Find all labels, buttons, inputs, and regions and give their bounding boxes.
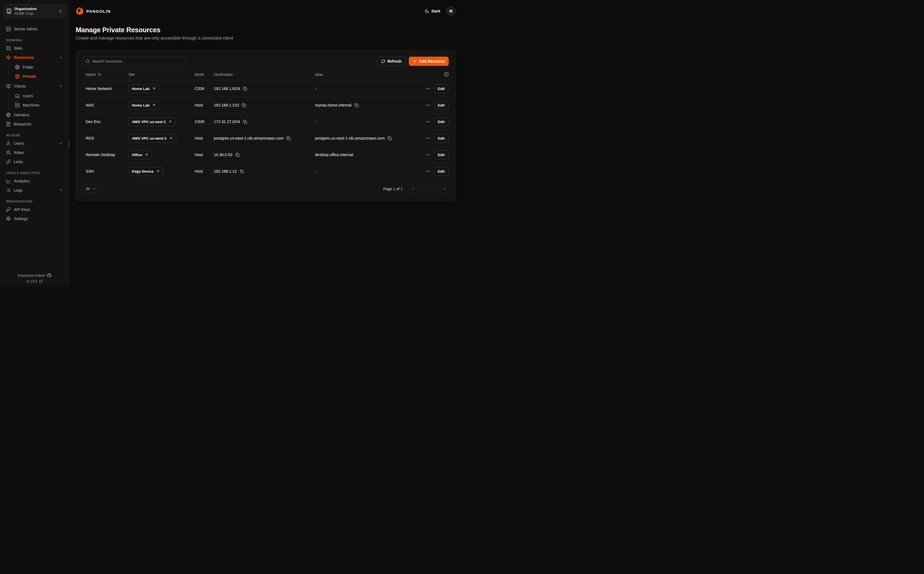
sidebar-item-roles[interactable]: Roles	[3, 148, 66, 157]
sidebar-item-api-keys[interactable]: API Keys	[3, 205, 66, 214]
copy-destination-button[interactable]	[239, 169, 244, 174]
resource-alias: mynas.home.internal	[315, 103, 351, 107]
sidebar-item-users[interactable]: Users	[3, 139, 66, 148]
laptop-icon	[15, 93, 20, 98]
version-label: v1.13.0	[26, 279, 37, 283]
column-header-name[interactable]: Name	[86, 73, 128, 77]
chevron-down-icon	[59, 188, 63, 192]
copy-destination-button[interactable]	[242, 119, 248, 125]
resource-destination: 192.168.1.0/24	[214, 87, 240, 91]
row-menu-button[interactable]	[425, 136, 430, 141]
row-menu-button[interactable]	[425, 152, 430, 158]
edit-button[interactable]: Edit	[434, 117, 449, 126]
site-link-button[interactable]: Office	[128, 150, 152, 159]
sidebar-item-blueprints[interactable]: Blueprints	[3, 120, 66, 129]
arrow-up-right-icon	[152, 103, 156, 107]
key-icon	[6, 207, 11, 212]
theme-toggle[interactable]: Dark	[424, 9, 440, 14]
sidebar-item-private[interactable]: Private	[12, 72, 66, 81]
next-page-button[interactable]	[430, 185, 438, 193]
site-link-button[interactable]: Edge Device	[128, 167, 163, 176]
blueprints-icon	[6, 122, 11, 126]
row-menu-button[interactable]	[425, 86, 430, 91]
section-label-logs-analytics: LOGS & ANALYTICS	[6, 171, 63, 175]
page-size-select[interactable]: 20	[82, 184, 99, 193]
refresh-button[interactable]: Refresh	[377, 57, 406, 66]
last-page-button[interactable]	[441, 185, 449, 193]
edit-button[interactable]: Edit	[434, 101, 449, 110]
site-link-button[interactable]: AWS VPC us-west-1	[128, 134, 176, 143]
resource-alias: postgres.us-east-1.rds.amazonaws.com	[315, 136, 385, 140]
building-icon	[6, 8, 12, 14]
list-icon	[6, 188, 11, 193]
sidebar-item-client-users[interactable]: Users	[12, 91, 66, 101]
sidebar-item-label: Analytics	[14, 179, 30, 183]
sidebar-item-settings[interactable]: Settings	[3, 214, 66, 223]
columns-toggle-icon[interactable]	[444, 72, 449, 77]
sidebar-item-label: Users	[23, 94, 33, 98]
sidebar-item-public[interactable]: Public	[12, 63, 66, 72]
arrow-up-right-icon	[152, 87, 156, 90]
github-icon[interactable]	[47, 273, 51, 278]
resource-mode: CIDR	[195, 120, 214, 124]
avatar[interactable]: M	[446, 6, 456, 16]
brand[interactable]: PANGOLIN	[76, 7, 111, 15]
org-selector[interactable]: Organization ACME Corp.	[3, 4, 66, 18]
sidebar-item-clients[interactable]: Clients	[3, 82, 66, 91]
globe-icon	[15, 65, 20, 69]
sidebar-item-machines[interactable]: Machines	[12, 101, 66, 110]
sidebar-item-label: Clients	[14, 84, 26, 88]
ellipsis-icon	[426, 136, 430, 140]
site-link-button[interactable]: Home Lab	[128, 101, 159, 110]
row-menu-button[interactable]	[425, 119, 430, 125]
copy-icon	[243, 87, 247, 91]
row-menu-button[interactable]	[425, 102, 430, 108]
page-size-value: 20	[86, 187, 90, 191]
plus-icon	[413, 59, 417, 63]
ellipsis-icon	[426, 153, 430, 157]
add-resource-button[interactable]: Add Resource	[409, 57, 449, 66]
copy-icon	[242, 103, 246, 107]
sidebar-item-resources[interactable]: Resources	[3, 53, 66, 62]
copy-destination-button[interactable]	[242, 86, 248, 91]
copy-destination-button[interactable]	[235, 152, 240, 158]
sidebar-item-label: Private	[23, 74, 36, 79]
user-icon	[6, 141, 11, 146]
sidebar-item-label: Sites	[14, 46, 22, 50]
copy-alias-button[interactable]	[387, 136, 392, 141]
copy-destination-button[interactable]	[286, 136, 291, 141]
edit-button[interactable]: Edit	[434, 167, 449, 176]
copy-icon	[240, 169, 244, 173]
sidebar-item-server-admin[interactable]: Server Admin	[3, 24, 66, 34]
server-icon	[15, 103, 20, 107]
sidebar-item-logs[interactable]: Logs	[3, 186, 66, 195]
version-link[interactable]: v1.13.0	[0, 279, 69, 283]
arrow-up-right-icon	[168, 120, 172, 124]
table-row: RDS AWS VPC us-west-1 Host postgres.us-e…	[82, 130, 449, 147]
copy-icon	[243, 120, 247, 124]
add-resource-label: Add Resource	[419, 59, 445, 63]
site-link-button[interactable]: Home Lab	[128, 84, 159, 93]
row-menu-button[interactable]	[425, 169, 430, 174]
sidebar-item-links[interactable]: Links	[3, 157, 66, 166]
resource-alias: -	[315, 87, 316, 91]
search-input[interactable]	[82, 57, 186, 66]
search-icon	[85, 59, 90, 63]
sidebar-item-domains[interactable]: Domains	[3, 110, 66, 120]
site-link-button[interactable]: AWS VPC us-east-1	[128, 117, 176, 126]
sidebar-item-sites[interactable]: Sites	[3, 44, 66, 53]
refresh-label: Refresh	[388, 59, 402, 63]
copy-destination-button[interactable]	[241, 103, 247, 108]
sidebar: Organization ACME Corp. Server Admin GEN…	[0, 0, 69, 287]
sidebar-item-analytics[interactable]: Analytics	[3, 177, 66, 186]
sort-icon[interactable]	[98, 73, 101, 76]
copy-alias-button[interactable]	[354, 103, 359, 108]
edit-button[interactable]: Edit	[434, 150, 449, 159]
previous-page-button[interactable]	[420, 185, 427, 193]
edit-button[interactable]: Edit	[434, 134, 449, 143]
edit-button[interactable]: Edit	[434, 84, 449, 93]
table-row: Dev Env AWS VPC us-east-1 CIDR 172.31.27…	[82, 114, 449, 130]
ellipsis-icon	[426, 103, 430, 107]
first-page-button[interactable]	[409, 185, 417, 193]
refresh-icon	[381, 59, 385, 63]
